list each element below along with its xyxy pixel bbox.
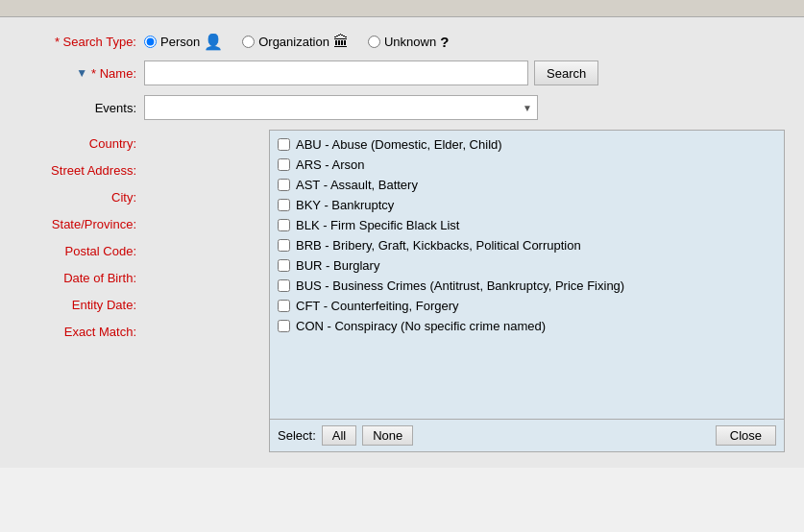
list-item-checkbox[interactable] [278,158,290,171]
radio-person-label: Person [160,35,200,49]
list-item-label: ABU - Abuse (Domestic, Elder, Child) [296,137,502,152]
close-button[interactable]: Close [716,425,776,446]
list-item-checkbox[interactable] [278,179,290,191]
events-select-wrapper [144,95,538,120]
street-row: Street Address: [19,157,144,183]
list-item-label: CFT - Counterfeiting, Forgery [296,299,459,313]
list-item-label: BRB - Bribery, Graft, Kickbacks, Politic… [296,238,581,253]
list-item-checkbox[interactable] [278,320,290,332]
dob-label: Date of Birth: [19,271,144,285]
list-item-label: CON - Conspiracy (No specific crime name… [296,319,546,333]
top-bar [0,0,804,17]
name-row: ▼ * Name: Search [19,60,785,85]
list-item-checkbox[interactable] [278,300,290,312]
search-button[interactable]: Search [534,60,598,85]
list-item-label: ARS - Arson [296,157,365,172]
triangle-icon: ▼ [76,66,87,80]
list-item-checkbox[interactable] [278,279,290,292]
postal-row: Postal Code: [19,237,144,264]
entity-label: Entity Date: [19,298,144,312]
list-item-label: BKY - Bankruptcy [296,198,394,212]
radio-option-organization[interactable]: Organization 🏛 [242,34,349,51]
entity-row: Entity Date: [19,291,144,318]
list-item-checkbox[interactable] [278,219,290,231]
list-item[interactable]: CON - Conspiracy (No specific crime name… [270,316,784,336]
search-type-label: * Search Type: [19,35,144,49]
search-type-row: * Search Type: Person 👤 Organization 🏛 U… [19,33,785,51]
list-item[interactable]: CFT - Counterfeiting, Forgery [270,296,784,316]
all-button[interactable]: All [322,425,356,446]
events-select[interactable] [144,95,538,120]
radio-option-person[interactable]: Person 👤 [144,33,223,51]
dob-row: Date of Birth: [19,264,144,291]
name-label: * Name: [91,66,136,81]
list-item[interactable]: BUR - Burglary [270,255,784,276]
events-row: Events: [19,95,785,120]
select-label: Select: [278,428,316,443]
street-label: Street Address: [19,163,144,178]
footer-left: Select: All None [278,425,413,446]
exact-label: Exact Match: [19,325,144,339]
list-item-checkbox[interactable] [278,239,290,252]
exact-row: Exact Match: [19,318,144,345]
list-item[interactable]: BKY - Bankruptcy [270,195,784,215]
list-item-label: AST - Assault, Battery [296,178,418,192]
list-item[interactable]: BUS - Business Crimes (Antitrust, Bankru… [270,276,784,296]
list-item-label: BLK - Firm Specific Black List [296,218,460,232]
dropdown-list-container: ABU - Abuse (Domestic, Elder, Child)ARS … [269,130,785,452]
list-item[interactable]: ABU - Abuse (Domestic, Elder, Child) [270,134,784,155]
list-item-label: BUS - Business Crimes (Antitrust, Bankru… [296,278,624,293]
list-item-checkbox[interactable] [278,199,290,211]
list-item-label: BUR - Burglary [296,258,379,273]
radio-person[interactable] [144,36,157,48]
none-button[interactable]: None [362,425,413,446]
list-item[interactable]: BLK - Firm Specific Black List [270,215,784,235]
state-label: State/Province: [19,217,144,231]
events-label: Events: [19,101,144,115]
dropdown-list[interactable]: ABU - Abuse (Domestic, Elder, Child)ARS … [270,131,784,419]
radio-unknown-label: Unknown [384,35,436,49]
organization-icon: 🏛 [333,34,349,51]
radio-option-unknown[interactable]: Unknown ? [368,34,449,50]
city-label: City: [19,190,144,205]
name-input[interactable] [144,60,528,85]
city-row: City: [19,183,144,210]
list-item[interactable]: ARS - Arson [270,155,784,175]
left-labels: Country: Street Address: City: State/Pro… [19,130,144,452]
state-row: State/Province: [19,210,144,237]
radio-unknown[interactable] [368,36,380,48]
list-item[interactable]: BRB - Bribery, Graft, Kickbacks, Politic… [270,235,784,255]
list-item-checkbox[interactable] [278,138,290,151]
list-item[interactable]: AST - Assault, Battery [270,175,784,195]
list-item-checkbox[interactable] [278,259,290,272]
unknown-icon: ? [440,34,449,50]
name-label-container: ▼ * Name: [19,66,144,81]
person-icon: 👤 [204,33,223,51]
main-content: * Search Type: Person 👤 Organization 🏛 U… [0,17,804,468]
dropdown-area: Country: Street Address: City: State/Pro… [19,130,785,452]
radio-organization-label: Organization [258,35,329,49]
radio-group: Person 👤 Organization 🏛 Unknown ? [144,33,449,51]
dropdown-footer: Select: All None Close [270,419,784,451]
postal-label: Postal Code: [19,244,144,258]
country-label: Country: [19,136,144,151]
radio-organization[interactable] [242,36,255,48]
country-row: Country: [19,130,144,157]
